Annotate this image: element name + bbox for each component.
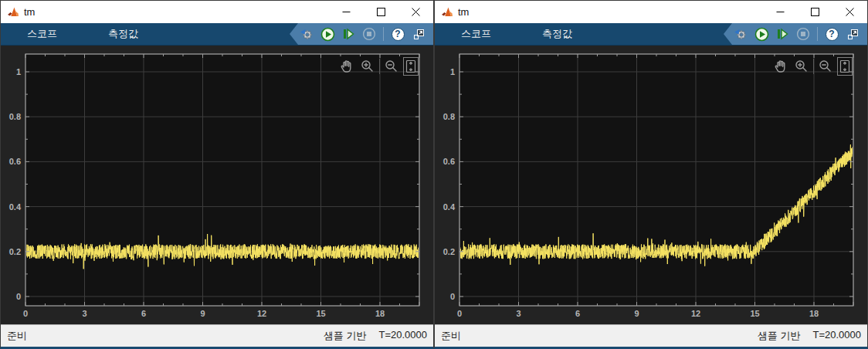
- title-bar[interactable]: tm: [1, 1, 433, 23]
- svg-text:0.6: 0.6: [443, 157, 455, 166]
- step-forward-button[interactable]: [774, 25, 791, 42]
- simulation-settings-button[interactable]: [732, 25, 749, 42]
- dock-button[interactable]: [410, 25, 427, 42]
- zoom-out-icon: [818, 59, 833, 74]
- status-bar: 준비 샘플 기반 T=20.0000: [1, 324, 433, 347]
- menu-bar: 스코프 측정값: [1, 23, 433, 46]
- svg-text:18: 18: [375, 309, 385, 318]
- svg-text:3: 3: [82, 309, 86, 318]
- close-button[interactable]: [398, 1, 433, 23]
- svg-text:0.2: 0.2: [443, 247, 455, 256]
- matlab-logo-icon: [7, 6, 19, 19]
- svg-text:0.8: 0.8: [443, 112, 455, 121]
- svg-text:12: 12: [691, 309, 700, 318]
- svg-text:9: 9: [200, 309, 205, 318]
- matlab-logo-icon: [441, 6, 453, 19]
- maximize-icon: [811, 8, 819, 16]
- plot-area: 036912151800.20.40.60.81: [435, 46, 867, 324]
- minimize-button[interactable]: [763, 1, 798, 23]
- svg-text:18: 18: [809, 309, 819, 318]
- svg-text:0: 0: [450, 292, 455, 301]
- plot-tools: [337, 57, 419, 76]
- toolbar-separator: [383, 27, 384, 41]
- status-time: T=20.0000: [812, 329, 861, 343]
- minimize-icon: [342, 8, 351, 16]
- pan-button[interactable]: [771, 57, 790, 76]
- svg-text:0: 0: [16, 292, 21, 301]
- maximize-icon: [377, 8, 385, 16]
- title-bar[interactable]: tm: [435, 1, 867, 23]
- step-forward-button[interactable]: [340, 25, 357, 42]
- toolbar-separator: [817, 27, 818, 41]
- svg-text:1: 1: [450, 67, 455, 76]
- svg-text:9: 9: [634, 309, 639, 318]
- help-icon: ?: [826, 28, 839, 41]
- menu-measurements[interactable]: 측정값: [105, 27, 141, 41]
- close-icon: [412, 8, 420, 16]
- menu-scope[interactable]: 스코프: [24, 27, 60, 41]
- window-title: tm: [458, 6, 469, 18]
- simulation-settings-button[interactable]: [298, 25, 315, 42]
- plot-tools-separator: [379, 59, 380, 74]
- zoom-in-icon: [794, 59, 809, 74]
- svg-text:6: 6: [141, 309, 146, 318]
- plot-area: 036912151800.20.40.60.81: [1, 46, 433, 324]
- menu-measurements[interactable]: 측정값: [539, 27, 575, 41]
- scope-toolbar: ?: [724, 23, 867, 45]
- run-button[interactable]: [753, 25, 770, 42]
- dock-button[interactable]: [844, 25, 861, 42]
- gear-arrow-icon: [300, 27, 314, 41]
- svg-text:0.2: 0.2: [9, 247, 21, 256]
- svg-text:0.6: 0.6: [9, 157, 21, 166]
- svg-text:0: 0: [23, 309, 28, 318]
- svg-text:15: 15: [316, 309, 325, 318]
- svg-text:6: 6: [575, 309, 580, 318]
- play-icon: [754, 27, 769, 42]
- fit-to-view-button[interactable]: [837, 57, 853, 76]
- maximize-button[interactable]: [364, 1, 398, 23]
- scope-chart: 036912151800.20.40.60.81: [1, 46, 433, 324]
- close-icon: [846, 8, 854, 16]
- zoom-out-button[interactable]: [382, 57, 401, 76]
- pan-button[interactable]: [337, 57, 356, 76]
- help-button[interactable]: ?: [389, 25, 406, 42]
- svg-text:12: 12: [257, 309, 266, 318]
- hand-icon: [773, 59, 788, 74]
- run-button[interactable]: [319, 25, 336, 42]
- zoom-in-button[interactable]: [792, 57, 811, 76]
- stop-button[interactable]: [361, 25, 378, 42]
- zoom-in-button[interactable]: [358, 57, 377, 76]
- desktop: tm 스코프 측정값: [0, 0, 868, 349]
- window-title: tm: [24, 6, 35, 18]
- svg-text:15: 15: [750, 309, 759, 318]
- plot-tools: [771, 57, 853, 76]
- status-sample-based: 샘플 기반: [758, 329, 801, 343]
- menu-scope[interactable]: 스코프: [458, 27, 494, 41]
- stop-button[interactable]: [795, 25, 812, 42]
- svg-text:0: 0: [457, 309, 462, 318]
- help-icon: ?: [392, 28, 405, 41]
- scope-toolbar: ?: [290, 23, 433, 45]
- menu-bar: 스코프 측정값: [435, 23, 867, 46]
- step-forward-icon: [341, 27, 355, 41]
- help-button[interactable]: ?: [823, 25, 840, 42]
- close-button[interactable]: [832, 1, 867, 23]
- maximize-button[interactable]: [798, 1, 832, 23]
- gear-arrow-icon: [734, 27, 748, 41]
- stop-icon: [796, 27, 810, 41]
- scope-window-1: tm 스코프 측정값: [0, 0, 434, 349]
- svg-text:1: 1: [16, 67, 21, 76]
- status-ready: 준비: [441, 329, 461, 343]
- status-time: T=20.0000: [378, 329, 427, 343]
- scale-y-axis-icon: [839, 59, 851, 74]
- play-icon: [320, 27, 335, 42]
- zoom-in-icon: [360, 59, 375, 74]
- zoom-out-button[interactable]: [816, 57, 835, 76]
- minimize-button[interactable]: [329, 1, 364, 23]
- fit-to-view-button[interactable]: [403, 57, 419, 76]
- step-forward-icon: [775, 27, 789, 41]
- hand-icon: [339, 59, 354, 74]
- dock-window-icon: [412, 27, 426, 41]
- svg-text:3: 3: [516, 309, 520, 318]
- svg-text:0.4: 0.4: [9, 202, 22, 212]
